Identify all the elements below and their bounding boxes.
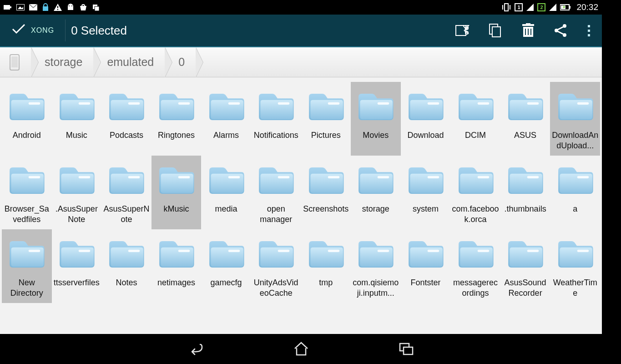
folder-item[interactable]: tmp <box>301 229 351 303</box>
folder-label: a <box>573 204 577 226</box>
folder-item[interactable]: kMusic <box>151 156 202 229</box>
action-bar: XONG 0 Selected <box>0 15 602 47</box>
back-button[interactable] <box>186 339 205 359</box>
svg-line-40 <box>558 31 563 34</box>
folder-item[interactable]: Notifications <box>251 82 301 156</box>
folder-item[interactable]: Alarms <box>201 82 251 156</box>
svg-rect-42 <box>11 56 18 67</box>
breadcrumb-0[interactable]: 0 <box>165 47 196 77</box>
svg-rect-49 <box>328 102 340 105</box>
folder-item[interactable]: Browser_Savedfiles <box>2 156 52 229</box>
svg-point-10 <box>71 5 72 6</box>
svg-rect-0 <box>4 5 10 10</box>
svg-rect-20 <box>569 6 571 9</box>
folder-item[interactable]: Fontster <box>401 229 451 303</box>
folder-item[interactable]: DCIM <box>450 82 500 156</box>
folder-icon <box>555 160 596 201</box>
folder-icon <box>256 234 297 275</box>
folder-item[interactable]: ttsserverfiles <box>52 229 102 303</box>
folder-label: Ringtones <box>158 130 195 152</box>
folder-label: system <box>413 204 439 226</box>
folder-item[interactable]: com.qisiemoji.inputm... <box>351 229 401 303</box>
selected-count: 0 Selected <box>71 24 127 38</box>
overflow-menu-button[interactable] <box>586 25 592 36</box>
warning-icon <box>54 4 62 11</box>
recent-apps-button[interactable] <box>397 339 416 359</box>
folder-icon <box>455 160 496 201</box>
folder-icon <box>6 160 47 201</box>
folder-item[interactable]: AsusSoundRecorder <box>500 229 550 303</box>
folder-icon <box>405 160 446 201</box>
svg-marker-16 <box>526 4 534 11</box>
folder-grid: Android Music <box>0 77 602 308</box>
folder-label: netimages <box>157 278 195 299</box>
copy-button[interactable] <box>488 23 503 38</box>
folder-item[interactable]: open manager <box>251 156 301 229</box>
folder-icon <box>555 234 596 275</box>
breadcrumb-storage[interactable]: storage <box>31 47 93 77</box>
folder-item[interactable]: Download <box>401 82 451 156</box>
folder-item[interactable]: storage <box>351 156 401 229</box>
folder-icon <box>305 86 346 127</box>
folder-icon <box>206 160 247 201</box>
folder-item[interactable]: Screenshots <box>301 156 351 229</box>
folder-icon <box>505 160 546 201</box>
folder-item[interactable]: system <box>401 156 451 229</box>
folder-item[interactable]: Music <box>52 82 102 156</box>
svg-rect-72 <box>278 250 290 252</box>
folder-item[interactable]: Movies <box>351 82 401 156</box>
folder-item[interactable]: Pictures <box>301 82 351 156</box>
folder-icon <box>305 160 346 201</box>
folder-item[interactable]: Podcasts <box>101 82 151 156</box>
svg-rect-32 <box>526 23 530 25</box>
status-time: 20:32 <box>576 2 598 12</box>
done-label: XONG <box>31 26 54 35</box>
svg-rect-78 <box>577 250 589 252</box>
folder-label: AsusSoundRecorder <box>502 278 549 299</box>
svg-rect-55 <box>29 176 40 178</box>
folder-item[interactable]: DownloadAndUpload... <box>550 82 600 156</box>
share-button[interactable] <box>553 23 569 38</box>
folder-item[interactable]: gamecfg <box>201 229 251 303</box>
folder-item[interactable]: Android <box>2 82 52 156</box>
folder-item[interactable]: netimages <box>151 229 202 303</box>
folder-item[interactable]: Ringtones <box>151 82 202 156</box>
folder-item[interactable]: WeatherTime <box>550 229 600 303</box>
folder-item[interactable]: messagerecordings <box>450 229 500 303</box>
svg-rect-75 <box>428 250 439 252</box>
svg-rect-76 <box>477 250 489 252</box>
breadcrumb-device[interactable] <box>3 47 31 77</box>
svg-rect-77 <box>527 250 539 252</box>
delete-button[interactable] <box>520 23 536 38</box>
folder-icon <box>56 86 97 127</box>
folder-label: Podcasts <box>110 130 143 152</box>
svg-rect-45 <box>128 102 140 105</box>
home-button[interactable] <box>292 339 311 359</box>
folder-icon <box>405 234 446 275</box>
folder-item[interactable]: com.facebook.orca <box>450 156 500 229</box>
folder-item[interactable]: New Directory <box>2 229 52 303</box>
folder-item[interactable]: a <box>550 156 600 229</box>
folder-label: Alarms <box>213 130 239 152</box>
svg-rect-63 <box>428 176 439 178</box>
folder-label: ASUS <box>514 130 536 152</box>
folder-item[interactable]: .AsusSuperNote <box>52 156 102 229</box>
folder-item[interactable]: ASUS <box>500 82 550 156</box>
folder-item[interactable]: UnityAdsVideoCache <box>251 229 301 303</box>
folder-label: Movies <box>363 130 389 152</box>
breadcrumb-emulated[interactable]: emulated <box>93 47 165 77</box>
svg-rect-50 <box>378 102 389 105</box>
cut-button[interactable] <box>455 23 470 38</box>
folder-icon <box>455 86 496 127</box>
done-button[interactable]: XONG <box>5 24 61 38</box>
folder-item[interactable]: Notes <box>101 229 151 303</box>
folder-label: Download <box>407 130 444 152</box>
folder-icon <box>156 86 197 127</box>
folder-item[interactable]: media <box>201 156 251 229</box>
folder-item[interactable]: AsusSuperNote <box>101 156 151 229</box>
folder-icon <box>455 234 496 275</box>
svg-marker-17 <box>549 4 556 11</box>
folder-icon <box>156 234 197 275</box>
folder-item[interactable]: .thumbnails <box>500 156 550 229</box>
folder-label: ttsserverfiles <box>54 278 100 299</box>
